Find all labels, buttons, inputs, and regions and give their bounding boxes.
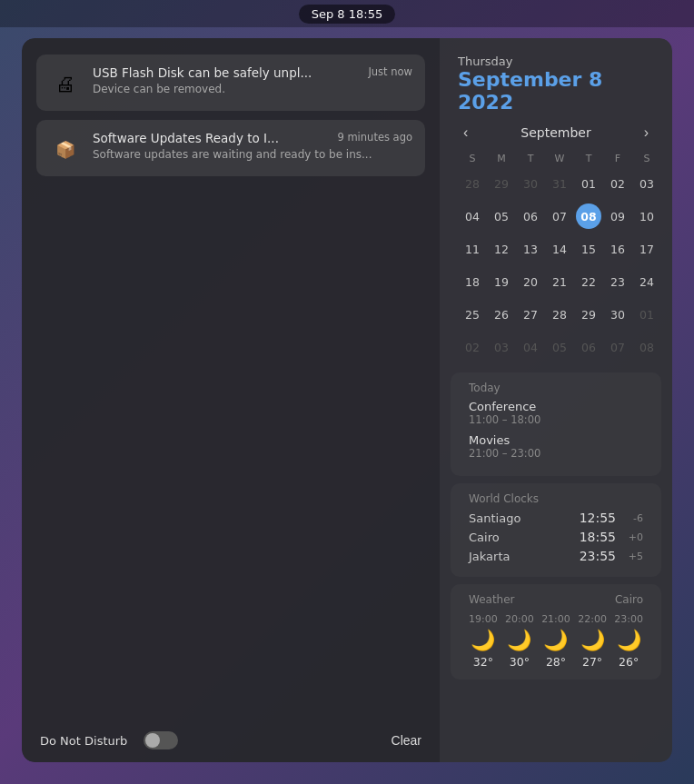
dnd-toggle[interactable]: [144, 731, 178, 749]
event-movies-title: Movies: [469, 433, 643, 447]
calendar-day[interactable]: 19: [487, 265, 516, 298]
clock-city: Jakarta: [469, 550, 580, 563]
calendar-day[interactable]: 18: [458, 265, 487, 298]
updates-icon: 📦: [49, 133, 82, 165]
calendar-day[interactable]: 26: [487, 298, 516, 331]
notif-updates-time: 9 minutes ago: [337, 131, 412, 144]
calendar-day[interactable]: 29: [574, 298, 603, 331]
world-clocks-label: World Clocks: [469, 492, 643, 505]
calendar-day[interactable]: 30: [603, 298, 632, 331]
calendar-day[interactable]: 06: [516, 200, 545, 233]
calendar-day[interactable]: 02: [603, 167, 632, 200]
notif-usb-body: Device can be removed.: [93, 83, 412, 95]
clear-button[interactable]: Clear: [392, 733, 421, 748]
weather-hour: 23:00 🌙 26°: [614, 613, 643, 669]
col-header-tue: T: [516, 150, 545, 167]
col-header-fri: F: [603, 150, 632, 167]
calendar-day[interactable]: 08: [632, 331, 661, 363]
notification-updates: 📦 Software Updates Ready to I... 9 minut…: [36, 120, 425, 176]
weather-temp: 30°: [510, 655, 530, 669]
event-conference-title: Conference: [469, 400, 643, 413]
calendar-day[interactable]: 07: [545, 200, 574, 233]
calendar-date-label: September 8 2022: [458, 68, 654, 114]
datetime-label: Sep 8 18:55: [299, 5, 396, 24]
calendar-day[interactable]: 04: [516, 331, 545, 363]
clock-city: Cairo: [469, 531, 580, 544]
weather-city: Cairo: [615, 593, 643, 606]
event-movies: Movies 21:00 – 23:00: [469, 433, 643, 460]
weather-hour: 20:00 🌙 30°: [505, 613, 534, 669]
weather-hour: 19:00 🌙 32°: [469, 613, 498, 669]
calendar-day[interactable]: 07: [603, 331, 632, 363]
calendar-day[interactable]: 31: [545, 167, 574, 200]
calendar-day[interactable]: 15: [574, 233, 603, 265]
calendar-day[interactable]: 30: [516, 167, 545, 200]
calendar-day[interactable]: 01: [632, 298, 661, 331]
weather-hours: 19:00 🌙 32° 20:00 🌙 30° 21:00 🌙 28° 22:0…: [469, 613, 643, 669]
weather-hour-label: 19:00: [469, 613, 498, 625]
calendar-day[interactable]: 28: [545, 298, 574, 331]
calendar-day[interactable]: 11: [458, 233, 487, 265]
calendar-day[interactable]: 21: [545, 265, 574, 298]
today-label: Today: [469, 382, 643, 394]
top-bar: Sep 8 18:55: [0, 0, 694, 27]
weather-icon: 🌙: [471, 629, 495, 651]
calendar-day[interactable]: 05: [487, 200, 516, 233]
world-clocks-section: World Clocks Santiago 12:55 -6 Cairo 18:…: [451, 483, 661, 577]
calendar-day[interactable]: 20: [516, 265, 545, 298]
calendar-day[interactable]: 08: [574, 200, 603, 233]
calendar-day[interactable]: 01: [574, 167, 603, 200]
calendar-day[interactable]: 27: [516, 298, 545, 331]
calendar-day[interactable]: 13: [516, 233, 545, 265]
col-header-sun: S: [458, 150, 487, 167]
calendar-day[interactable]: 09: [603, 200, 632, 233]
calendar-day[interactable]: 05: [545, 331, 574, 363]
weather-icon: 🌙: [507, 629, 531, 651]
calendar-day[interactable]: 03: [632, 167, 661, 200]
notifications-panel: 🖨 USB Flash Disk can be safely unpl... J…: [22, 38, 440, 762]
calendar-day[interactable]: 24: [632, 265, 661, 298]
usb-icon: 🖨: [49, 67, 82, 100]
event-conference: Conference 11:00 – 18:00: [469, 400, 643, 426]
clock-offset: -6: [621, 512, 643, 524]
calendar-day[interactable]: 04: [458, 200, 487, 233]
weather-section: Weather Cairo 19:00 🌙 32° 20:00 🌙 30° 21…: [451, 584, 661, 680]
calendar-day[interactable]: 06: [574, 331, 603, 363]
clock-row: Cairo 18:55 +0: [469, 530, 643, 544]
clock-row: Jakarta 23:55 +5: [469, 549, 643, 563]
notif-updates-body: Software updates are waiting and ready t…: [93, 148, 412, 161]
calendar-day[interactable]: 23: [603, 265, 632, 298]
dnd-row: Do Not Disturb: [40, 731, 178, 749]
clock-time: 23:55: [580, 549, 616, 563]
calendar-day[interactable]: 12: [487, 233, 516, 265]
weather-temp: 27°: [582, 655, 602, 669]
weather-hour-label: 23:00: [614, 613, 643, 625]
calendar-section: Thursday September 8 2022 ‹ September › …: [440, 38, 672, 372]
calendar-day[interactable]: 17: [632, 233, 661, 265]
notif-usb-header: USB Flash Disk can be safely unpl... Jus…: [93, 65, 412, 80]
calendar-day[interactable]: 10: [632, 200, 661, 233]
weather-icon: 🌙: [543, 629, 568, 651]
main-panel: 🖨 USB Flash Disk can be safely unpl... J…: [22, 38, 672, 762]
calendar-day[interactable]: 02: [458, 331, 487, 363]
event-conference-time: 11:00 – 18:00: [469, 413, 643, 426]
calendar-day[interactable]: 29: [487, 167, 516, 200]
calendar-day-label: Thursday: [458, 55, 654, 68]
bottom-bar: Do Not Disturb Clear: [36, 724, 425, 749]
calendar-day[interactable]: 28: [458, 167, 487, 200]
clock-row: Santiago 12:55 -6: [469, 511, 643, 525]
clock-time: 18:55: [580, 530, 616, 544]
calendar-day[interactable]: 14: [545, 233, 574, 265]
weather-temp: 32°: [473, 655, 493, 669]
prev-month-button[interactable]: ‹: [458, 123, 473, 143]
calendar-day[interactable]: 22: [574, 265, 603, 298]
notif-usb-time: Just now: [368, 65, 412, 78]
next-month-button[interactable]: ›: [639, 123, 654, 143]
calendar-day[interactable]: 03: [487, 331, 516, 363]
weather-hour: 21:00 🌙 28°: [541, 613, 570, 669]
weather-hour-label: 22:00: [578, 613, 607, 625]
calendar-day[interactable]: 16: [603, 233, 632, 265]
calendar-day[interactable]: 25: [458, 298, 487, 331]
notif-updates-content: Software Updates Ready to I... 9 minutes…: [93, 131, 412, 161]
weather-temp: 26°: [619, 655, 639, 669]
